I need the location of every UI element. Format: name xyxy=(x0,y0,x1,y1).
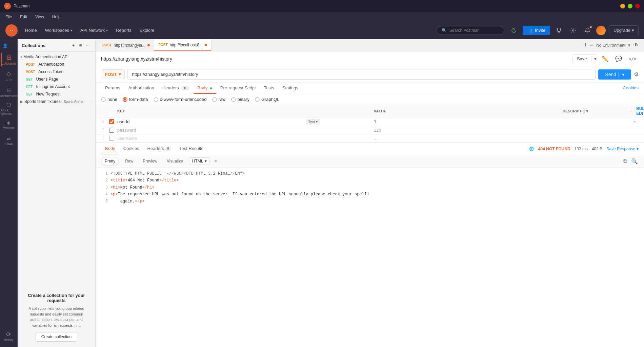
desc-col-header: DESCRIPTION xyxy=(563,109,630,113)
nav-api-network[interactable]: API Network ▾ xyxy=(77,26,111,35)
tab-pre-request[interactable]: Pre-request Script xyxy=(216,83,260,94)
nav-workspaces[interactable]: Workspaces ▾ xyxy=(42,26,76,35)
response-tab-headers[interactable]: Headers 5 xyxy=(143,143,175,154)
url-input[interactable] xyxy=(127,69,596,80)
format-visualize[interactable]: Visualize xyxy=(163,157,186,165)
row-checkbox-0[interactable] xyxy=(109,119,114,124)
response-tab-test-results[interactable]: Test Results xyxy=(175,143,207,154)
nav-reports[interactable]: Reports xyxy=(113,26,135,35)
nav-explore[interactable]: Explore xyxy=(136,26,158,35)
env-chevron[interactable]: ▾ xyxy=(628,43,630,48)
env-settings-icon[interactable]: ⚙ xyxy=(634,71,639,78)
row-checkbox-1[interactable] xyxy=(109,128,114,133)
menu-file[interactable]: File xyxy=(4,14,13,20)
tree-group-sports[interactable]: ▶ Sports team fixtures Sports Arena › xyxy=(18,98,95,105)
minimize-button[interactable]: — xyxy=(620,4,625,8)
method-select[interactable]: POST ▾ xyxy=(101,69,125,79)
delete-row-2: × xyxy=(630,136,639,141)
tab-settings[interactable]: Settings xyxy=(278,83,302,94)
menu-help[interactable]: Help xyxy=(51,14,62,20)
comment-button[interactable]: 💬 xyxy=(613,54,624,63)
type-select-0[interactable]: Text ▾ xyxy=(306,119,320,125)
delete-row-0[interactable]: × xyxy=(630,119,639,124)
search-bar[interactable]: 🔍 Search Postman xyxy=(437,26,504,35)
notifications-icon[interactable]: 2 xyxy=(582,25,593,36)
wrap-lines-button[interactable]: ≡ xyxy=(213,157,219,165)
more-tabs-button[interactable]: ··· xyxy=(590,43,593,48)
copy-response-icon[interactable]: ⧉ xyxy=(623,157,628,165)
more-options-button[interactable]: ··· xyxy=(84,42,91,49)
close-button[interactable]: × xyxy=(635,4,640,8)
list-item[interactable]: GET New Request xyxy=(22,90,95,98)
settings-icon[interactable] xyxy=(568,25,579,36)
main-layout: 👤 ⊞ Collections ◇ APIs ⊙ Environments ⬡ … xyxy=(0,39,644,347)
code-line-2: <title>404 Not Found</title> xyxy=(110,177,639,184)
add-tab-button[interactable]: + xyxy=(584,42,587,49)
format-raw[interactable]: Raw xyxy=(122,157,137,165)
sync-icon[interactable] xyxy=(508,25,519,36)
send-chevron[interactable]: ▾ xyxy=(618,72,624,77)
tab-body[interactable]: Body xyxy=(194,83,216,94)
upgrade-button[interactable]: Upgrade ▾ xyxy=(609,25,639,35)
sidebar-item-environments[interactable]: ⊙ Environments xyxy=(1,85,16,100)
invite-button[interactable]: 👥 Invite xyxy=(523,26,550,35)
response-tab-body[interactable]: Body xyxy=(101,143,119,154)
menu-bar: File Edit View Help xyxy=(0,12,644,22)
cookies-link[interactable]: Cookies xyxy=(623,83,639,94)
body-option-graphql[interactable]: GraphQL xyxy=(255,97,279,102)
sidebar-item-monitors[interactable]: ◈ Monitors xyxy=(1,117,16,132)
tab-headers[interactable]: Headers 10 xyxy=(158,83,194,94)
list-item[interactable]: POST Authentication xyxy=(22,61,95,68)
save-response-button[interactable]: Save Response ▾ xyxy=(606,147,639,151)
save-chevron[interactable]: ▾ xyxy=(591,56,597,61)
tree-group-media-auth[interactable]: ▾ Media Authentication API xyxy=(18,53,95,61)
body-option-none[interactable]: none xyxy=(101,97,117,102)
save-button[interactable]: Save xyxy=(573,55,591,63)
sidebar-item-mock-servers[interactable]: ⬡ Mock Servers xyxy=(1,101,16,116)
list-item[interactable]: POST Access Token xyxy=(22,68,95,75)
sidebar-item-collections[interactable]: ⊞ Collections xyxy=(1,52,16,67)
search-response-icon[interactable]: 🔍 xyxy=(630,157,639,165)
format-preview[interactable]: Preview xyxy=(139,157,161,165)
tab-tests[interactable]: Tests xyxy=(260,83,278,94)
body-option-urlencoded[interactable]: x-www-form-urlencoded xyxy=(154,97,207,102)
format-type-select[interactable]: HTML ▾ xyxy=(189,157,210,165)
response-tab-cookies[interactable]: Cookies xyxy=(119,143,143,154)
body-option-binary[interactable]: binary xyxy=(231,97,249,102)
send-button[interactable]: Send ▾ xyxy=(598,69,631,80)
body-option-form-data[interactable]: form-data xyxy=(123,97,148,102)
env-eye-icon[interactable]: 👁 xyxy=(633,42,639,48)
mock-servers-icon: ⬡ xyxy=(6,102,11,108)
row-checkbox-2[interactable] xyxy=(109,136,114,141)
maximize-button[interactable]: □ xyxy=(628,4,632,8)
sidebar-item-history[interactable]: ⟳ History xyxy=(1,328,16,344)
list-item[interactable]: GET User's Page xyxy=(22,75,95,83)
response-status-code: 404 NOT FOUND xyxy=(538,147,570,151)
format-pretty[interactable]: Pretty xyxy=(101,157,119,165)
more-kv-icon[interactable]: ··· xyxy=(630,109,633,113)
menu-edit[interactable]: Edit xyxy=(19,14,28,20)
fork-icon[interactable] xyxy=(554,25,564,36)
menu-view[interactable]: View xyxy=(34,14,45,20)
tab-authorization[interactable]: Authorization xyxy=(124,83,158,94)
sidebar-item-apis[interactable]: ◇ APIs xyxy=(1,68,16,83)
tab-post-localhost[interactable]: POST http://localhost:8... xyxy=(154,39,212,51)
value-cell-2: ... xyxy=(374,136,563,141)
expand-panel-icon[interactable]: › xyxy=(91,99,93,104)
nav-home[interactable]: Home xyxy=(22,26,40,35)
tab-params[interactable]: Params xyxy=(101,83,124,94)
tab-post-zhangyia[interactable]: POST https://zhangyia... xyxy=(98,39,154,51)
code-button[interactable]: </> xyxy=(627,55,639,63)
sidebar-item-flows[interactable]: ⇄ Flows xyxy=(1,133,16,148)
tab-url-1: http://localhost:8... xyxy=(170,43,203,47)
create-collection-button[interactable]: Create collection xyxy=(36,332,77,342)
window-controls: — □ × xyxy=(620,4,640,8)
bulk-edit-button[interactable]: Bulk Edit xyxy=(636,106,644,116)
edit-button[interactable]: ✏️ xyxy=(600,54,610,63)
list-item[interactable]: GET Instagram Account xyxy=(22,83,95,90)
filter-button[interactable]: ≡ xyxy=(78,42,83,49)
method-label: POST xyxy=(105,72,117,77)
add-collection-button[interactable]: + xyxy=(71,42,76,49)
avatar[interactable] xyxy=(596,26,606,35)
body-option-raw[interactable]: raw xyxy=(212,97,226,102)
